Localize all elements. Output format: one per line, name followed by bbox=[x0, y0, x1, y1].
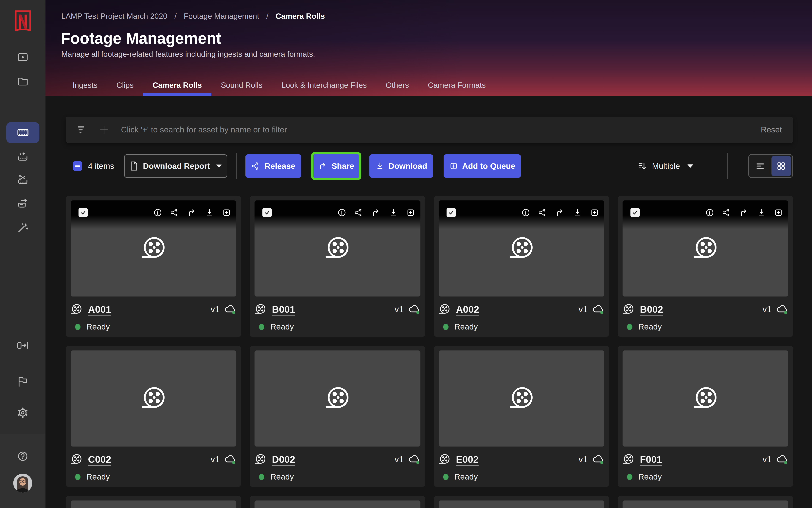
release-icon[interactable] bbox=[538, 208, 547, 217]
tab-others[interactable]: Others bbox=[376, 75, 418, 96]
download-icon[interactable] bbox=[389, 208, 398, 217]
share-icon[interactable] bbox=[739, 208, 749, 217]
card-thumbnail[interactable] bbox=[622, 201, 788, 296]
tab-camera-rolls[interactable]: Camera Rolls bbox=[143, 75, 211, 96]
sidebar-item-transfers[interactable] bbox=[16, 339, 29, 352]
card-thumbnail[interactable] bbox=[71, 501, 236, 508]
asset-name-link[interactable]: A002 bbox=[456, 304, 479, 315]
version-badge: v1 bbox=[395, 455, 404, 464]
sort-dropdown[interactable]: Multiple bbox=[637, 153, 694, 179]
check-icon bbox=[80, 210, 86, 216]
tab-clips[interactable]: Clips bbox=[107, 75, 143, 96]
card-checkbox[interactable] bbox=[79, 208, 88, 217]
card-thumbnail[interactable] bbox=[254, 501, 420, 508]
add-to-queue-icon[interactable] bbox=[590, 208, 599, 217]
asset-name-link[interactable]: B001 bbox=[272, 304, 295, 315]
asset-name-link[interactable]: D002 bbox=[272, 454, 295, 465]
card-thumbnail[interactable] bbox=[622, 350, 788, 447]
add-to-queue-button[interactable]: Add to Queue bbox=[444, 154, 521, 178]
status-dot bbox=[443, 474, 449, 480]
search-input[interactable] bbox=[121, 125, 761, 134]
reset-button[interactable]: Reset bbox=[761, 125, 782, 134]
add-filter-plus-icon[interactable] bbox=[99, 125, 109, 135]
tab-ingests[interactable]: Ingests bbox=[63, 75, 107, 96]
download-button[interactable]: Download bbox=[369, 154, 433, 178]
download-icon[interactable] bbox=[573, 208, 582, 217]
camera-roll-card: A002 v1 Ready bbox=[434, 196, 609, 337]
version-badge: v1 bbox=[578, 304, 587, 314]
status-dot bbox=[259, 474, 265, 480]
share-button[interactable]: Share bbox=[314, 154, 359, 178]
info-icon[interactable] bbox=[337, 208, 347, 217]
card-thumbnail[interactable] bbox=[439, 350, 604, 447]
info-icon[interactable] bbox=[705, 208, 714, 217]
grid-view-icon bbox=[776, 161, 786, 171]
share-icon[interactable] bbox=[556, 208, 565, 217]
sidebar-item-automation[interactable] bbox=[16, 221, 29, 234]
film-reel-icon bbox=[325, 386, 350, 411]
grid-view-button[interactable] bbox=[771, 156, 791, 176]
tab-camera-formats[interactable]: Camera Formats bbox=[418, 75, 495, 96]
download-icon[interactable] bbox=[757, 208, 766, 217]
version-badge: v1 bbox=[395, 304, 404, 314]
sidebar-item-deliveries[interactable] bbox=[16, 197, 29, 210]
card-checkbox[interactable] bbox=[262, 208, 272, 217]
tab-sound-rolls[interactable]: Sound Rolls bbox=[211, 75, 272, 96]
card-thumbnail[interactable] bbox=[439, 501, 604, 508]
user-avatar[interactable] bbox=[13, 474, 32, 493]
version-badge: v1 bbox=[763, 455, 772, 464]
share-icon[interactable] bbox=[188, 208, 197, 217]
sidebar-item-dailies[interactable] bbox=[16, 151, 29, 164]
sidebar-item-settings[interactable] bbox=[16, 406, 29, 419]
tab-look-interchange-files[interactable]: Look & Interchange Files bbox=[272, 75, 376, 96]
asset-name-link[interactable]: B002 bbox=[640, 304, 663, 315]
card-thumbnail[interactable] bbox=[71, 350, 236, 447]
toolbar-divider bbox=[236, 153, 237, 179]
sidebar-item-flags[interactable] bbox=[16, 375, 29, 388]
card-status: Ready bbox=[75, 472, 110, 481]
share-icon[interactable] bbox=[372, 208, 381, 217]
netflix-logo-icon[interactable] bbox=[14, 10, 32, 34]
add-to-queue-icon[interactable] bbox=[774, 208, 783, 217]
sidebar-item-player[interactable] bbox=[16, 51, 29, 64]
asset-name-link[interactable]: E002 bbox=[456, 454, 479, 465]
release-icon[interactable] bbox=[354, 208, 364, 217]
card-thumbnail[interactable] bbox=[622, 501, 788, 508]
download-report-button[interactable]: Download Report bbox=[124, 154, 227, 178]
sidebar-item-help[interactable] bbox=[16, 450, 29, 463]
folder-icon bbox=[17, 75, 29, 87]
card-thumbnail[interactable] bbox=[71, 201, 236, 296]
version-badge: v1 bbox=[578, 455, 587, 464]
asset-name-link[interactable]: F001 bbox=[640, 454, 662, 465]
release-icon[interactable] bbox=[722, 208, 732, 217]
card-checkbox[interactable] bbox=[447, 208, 456, 217]
filter-funnel-icon[interactable] bbox=[76, 124, 87, 135]
card-thumbnail[interactable] bbox=[439, 201, 604, 296]
file-icon bbox=[129, 161, 138, 171]
avatar-photo bbox=[13, 474, 32, 493]
breadcrumb-section[interactable]: Footage Management bbox=[184, 12, 259, 20]
sort-icon bbox=[637, 161, 648, 171]
card-thumbnail[interactable] bbox=[254, 201, 420, 296]
film-reel-icon bbox=[693, 386, 718, 411]
breadcrumb-project[interactable]: LAMP Test Project March 2020 bbox=[61, 12, 167, 20]
magic-wand-icon bbox=[17, 222, 29, 234]
asset-name-link[interactable]: C002 bbox=[88, 454, 111, 465]
card-thumbnail[interactable] bbox=[254, 350, 420, 447]
release-button[interactable]: Release bbox=[245, 154, 301, 178]
add-to-queue-icon[interactable] bbox=[222, 208, 231, 217]
list-view-button[interactable] bbox=[750, 156, 770, 176]
add-to-queue-icon[interactable] bbox=[406, 208, 415, 217]
sidebar-item-editorial[interactable] bbox=[16, 174, 29, 187]
info-icon[interactable] bbox=[153, 208, 162, 217]
release-icon[interactable] bbox=[170, 208, 179, 217]
asset-name-link[interactable]: A001 bbox=[88, 304, 111, 315]
share-icon bbox=[319, 162, 328, 171]
select-all-checkbox[interactable] bbox=[73, 161, 82, 171]
card-meta: E002 v1 bbox=[439, 452, 604, 467]
card-checkbox[interactable] bbox=[631, 208, 640, 217]
sidebar-item-footage-active[interactable] bbox=[6, 122, 39, 143]
info-icon[interactable] bbox=[521, 208, 530, 217]
sidebar-item-projects[interactable] bbox=[16, 75, 29, 88]
download-icon[interactable] bbox=[205, 208, 214, 217]
